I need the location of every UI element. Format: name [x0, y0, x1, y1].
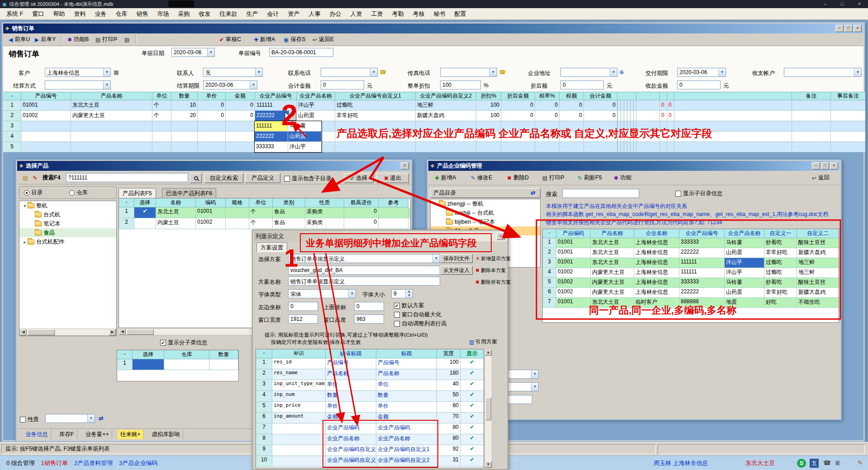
- bottom-tab[interactable]: 业务量++: [83, 430, 112, 439]
- scroll-thumb[interactable]: [127, 329, 154, 335]
- close-button[interactable]: ×: [830, 162, 838, 169]
- after-field[interactable]: 0: [560, 80, 604, 89]
- bottom-tab[interactable]: 业务信息: [23, 430, 51, 439]
- show-subclass-checkbox[interactable]: ✔显示分子类信息: [160, 339, 208, 347]
- table-row[interactable]: 301001东北大土豆上海林全信息111111洋山芋过瘾吃地三鲜: [543, 258, 839, 268]
- table-row[interactable]: 6inp_amount金额金额70✔: [256, 413, 484, 423]
- column-header[interactable]: 单位: [152, 92, 171, 100]
- app-close-button[interactable]: ×: [851, 0, 868, 8]
- minimize-button[interactable]: –: [835, 25, 844, 32]
- column-header[interactable]: 产品名称: [591, 229, 634, 238]
- discount-field[interactable]: 100: [440, 80, 481, 89]
- table-row[interactable]: 9企业产品编码自定义企业产品编码自定义192✔: [256, 445, 484, 456]
- table-row[interactable]: 201002内蒙更大土豆个2000222222▼山药蛋非常好吃新疆大盘鸡1000…: [3, 111, 865, 121]
- notebook-icon[interactable]: ▤: [20, 173, 31, 183]
- scheme-name-input[interactable]: 销售订单单据显示定义: [288, 277, 440, 286]
- scroll-thumb[interactable]: [485, 398, 491, 420]
- chevron-down-icon[interactable]: ▼: [87, 414, 95, 423]
- term-date-field[interactable]: 2020-03-06▼: [203, 80, 257, 89]
- column-header[interactable]: 企业产品编号自定义1: [335, 92, 416, 100]
- menu-item[interactable]: 办公: [325, 9, 346, 19]
- table-row[interactable]: 7企业产品编码企业产品编码80✔: [256, 423, 484, 434]
- column-header[interactable]: 企业产品编号: [679, 229, 725, 238]
- bottom-tab[interactable]: 虚拟库影响: [149, 430, 184, 439]
- add-scheme-button[interactable]: ✳新增显示方案: [475, 255, 511, 262]
- column-header[interactable]: 选择: [134, 198, 156, 207]
- column-header[interactable]: 选择: [133, 350, 164, 359]
- search-input[interactable]: [562, 189, 639, 198]
- menu-item[interactable]: 人事: [304, 9, 325, 19]
- column-header[interactable]: [660, 92, 667, 100]
- delete-scheme-button[interactable]: ✖删除本方案: [475, 267, 506, 274]
- chevron-down-icon[interactable]: ▼: [250, 81, 257, 89]
- function-button[interactable]: ✱功能: [611, 173, 634, 183]
- menu-item[interactable]: 业务: [90, 9, 111, 19]
- menu-item[interactable]: 窗口: [28, 9, 49, 19]
- swap-icon[interactable]: ⇄: [99, 415, 104, 422]
- customer-combo[interactable]: 上海林全信息▼: [45, 68, 111, 77]
- column-header[interactable]: 折后金额: [501, 92, 535, 100]
- table-row[interactable]: 1res_id产品编号产品编号100✔: [256, 358, 484, 369]
- scroll-down-arrow[interactable]: ▼: [485, 461, 492, 468]
- add-button[interactable]: ✚新增A: [251, 34, 278, 45]
- print-button[interactable]: ▤打印P: [540, 173, 567, 183]
- tree-expander-icon[interactable]: ▾: [433, 202, 439, 207]
- column-header[interactable]: 宽度: [437, 349, 460, 358]
- account-combo[interactable]: ▼: [784, 68, 862, 77]
- column-header[interactable]: 标识: [272, 349, 326, 358]
- column-header[interactable]: 数量: [209, 350, 238, 359]
- fax-combo[interactable]: ▼: [440, 68, 497, 77]
- tree-item[interactable]: bijiben -- 笔记本: [431, 217, 540, 226]
- phone-combo[interactable]: ▼: [321, 68, 378, 77]
- save-button[interactable]: ▣保存S: [281, 34, 308, 45]
- column-header[interactable]: -: [256, 349, 272, 358]
- nature-checkbox[interactable]: 性质: [20, 416, 39, 423]
- table-row[interactable]: 1: [117, 359, 238, 370]
- taskbar-item[interactable]: 2产品资料管理: [74, 459, 113, 467]
- column-header[interactable]: 税率%: [535, 92, 560, 100]
- menu-item[interactable]: 生产: [242, 9, 263, 19]
- nature-combo[interactable]: ▼: [45, 414, 95, 423]
- chevron-down-icon[interactable]: ▼: [348, 290, 356, 298]
- column-header[interactable]: 名称: [156, 198, 196, 207]
- column-header[interactable]: 单价: [198, 92, 226, 100]
- search-label[interactable]: 搜索F4: [40, 173, 63, 183]
- chevron-down-icon[interactable]: ▼: [207, 48, 214, 56]
- quick-print-button[interactable]: ▤: [122, 34, 134, 45]
- menu-item[interactable]: 工资: [367, 9, 388, 19]
- choose-button[interactable]: ✔选择: [344, 173, 374, 183]
- total-field[interactable]: 0: [321, 80, 364, 89]
- menu-icon[interactable]: ≣: [835, 459, 840, 466]
- receive-field[interactable]: 0: [677, 80, 721, 89]
- print-button[interactable]: ▤打印P: [93, 34, 120, 45]
- table-row[interactable]: 501002内蒙更大土豆上海林全信息333333马铃薯炒着吃酸辣土豆丝: [543, 278, 839, 288]
- taskbar-item[interactable]: 3产品企业编码: [119, 459, 157, 467]
- table-row[interactable]: 5: [3, 142, 865, 152]
- menu-item[interactable]: 资料: [70, 9, 90, 19]
- taskbar-user[interactable]: 周玉林 上海林全信息: [654, 459, 708, 467]
- table-row[interactable]: 5inp_price单价单价60✔: [256, 402, 484, 413]
- back-button[interactable]: ↩返回E: [310, 34, 337, 45]
- column-header[interactable]: 编码: [196, 198, 226, 207]
- menu-item[interactable]: 收发: [194, 9, 215, 19]
- chevron-down-icon[interactable]: ▼: [255, 68, 262, 76]
- taskbar-item[interactable]: 0 综合管理: [6, 459, 35, 467]
- ime-icon[interactable]: 五: [810, 459, 819, 468]
- chevron-down-icon[interactable]: ▼: [432, 254, 440, 263]
- bottom-tab[interactable]: 往来账+: [118, 430, 144, 439]
- column-header[interactable]: 企业产品名称: [297, 92, 335, 100]
- function-button[interactable]: ✱功能B: [65, 34, 91, 45]
- menu-item[interactable]: 秘书: [429, 9, 450, 19]
- next-doc-button[interactable]: ▶后单Y: [32, 34, 59, 45]
- column-header[interactable]: 企业名称: [634, 229, 679, 238]
- menu-item[interactable]: 资产: [284, 9, 304, 19]
- search-button[interactable]: [190, 173, 202, 183]
- back-button[interactable]: ↩返回: [809, 173, 832, 183]
- menu-item[interactable]: 采购: [174, 9, 194, 19]
- app-minimize-button[interactable]: –: [816, 0, 834, 8]
- tab-selected-list[interactable]: 已选中产品列表F6: [162, 188, 216, 198]
- table-row[interactable]: 222222山药蛋: [255, 132, 322, 142]
- chevron-down-icon[interactable]: ▼: [531, 370, 538, 378]
- column-header[interactable]: 参考: [379, 198, 408, 207]
- column-header[interactable]: [667, 92, 674, 100]
